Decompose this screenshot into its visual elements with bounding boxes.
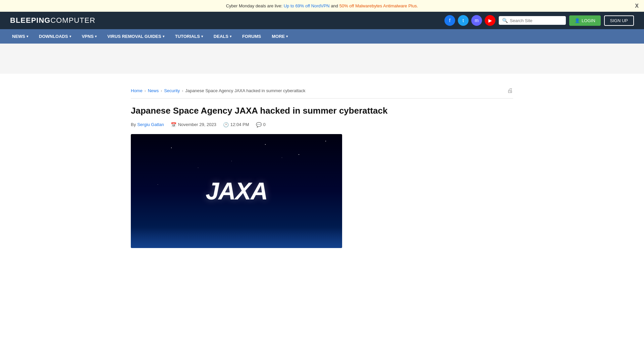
chevron-down-icon: ▾ [230, 35, 231, 38]
earth-glow [131, 228, 342, 248]
malwarebytes-link[interactable]: 50% off Malwarebytes Antimalware Plus. [339, 3, 418, 8]
author-prefix: By [131, 122, 136, 127]
star-decoration [158, 184, 158, 185]
star-decoration [231, 161, 232, 161]
calendar-icon: 📅 [171, 122, 176, 127]
nav-deals[interactable]: DEALS ▾ [208, 29, 237, 44]
login-button[interactable]: 👤 LOGIN [569, 15, 600, 26]
star-decoration [265, 144, 266, 145]
chevron-down-icon: ▾ [163, 35, 164, 38]
breadcrumb-left: Home › News › Security › Japanese Space … [131, 88, 306, 93]
article-date: 📅 November 29, 2023 [171, 122, 216, 127]
article-meta: By Sergiu Gatlan 📅 November 29, 2023 🕐 1… [131, 122, 513, 127]
article-title: Japanese Space Agency JAXA hacked in sum… [131, 105, 513, 117]
user-icon: 👤 [575, 18, 580, 23]
breadcrumb-separator-3: › [182, 88, 183, 93]
nav-news[interactable]: NEWS ▾ [7, 29, 34, 44]
banner-text: Cyber Monday deals are live: Up to 69% o… [226, 3, 418, 8]
star-decoration [171, 147, 172, 148]
star-decoration [325, 141, 326, 141]
main-navigation: NEWS ▾ DOWNLOADS ▾ VPNS ▾ VIRUS REMOVAL … [0, 29, 644, 44]
print-icon[interactable]: 🖨 [507, 87, 513, 94]
comment-icon: 💬 [256, 122, 262, 127]
chevron-down-icon: ▾ [286, 35, 288, 38]
site-logo[interactable]: BLEEPINGCOMPUTER [10, 16, 95, 25]
youtube-icon[interactable]: ▶ [485, 15, 495, 26]
star-decoration [198, 168, 198, 168]
nav-vpns[interactable]: VPNS ▾ [76, 29, 102, 44]
search-icon: 🔍 [502, 18, 508, 23]
nav-virus-removal[interactable]: VIRUS REMOVAL GUIDES ▾ [102, 29, 170, 44]
breadcrumb: Home › News › Security › Japanese Space … [131, 87, 513, 99]
signup-button[interactable]: SIGN UP [604, 15, 634, 26]
content-area: Home › News › Security › Japanese Space … [121, 80, 523, 255]
chevron-down-icon: ▾ [26, 35, 28, 38]
twitter-icon[interactable]: t [458, 15, 469, 26]
clock-icon: 🕐 [223, 122, 229, 127]
article-comments[interactable]: 💬 0 [256, 122, 266, 127]
time-value: 12:04 PM [230, 122, 249, 127]
breadcrumb-news[interactable]: News [148, 88, 159, 93]
top-banner: Cyber Monday deals are live: Up to 69% o… [0, 0, 644, 12]
star-decoration [299, 154, 299, 155]
article-image: JAXA [131, 134, 342, 248]
nav-downloads[interactable]: DOWNLOADS ▾ [34, 29, 76, 44]
chevron-down-icon: ▾ [69, 35, 71, 38]
date-value: November 29, 2023 [178, 122, 216, 127]
breadcrumb-security[interactable]: Security [164, 88, 180, 93]
nav-forums[interactable]: FORUMS [237, 29, 266, 44]
nav-tutorials[interactable]: TUTORIALS ▾ [170, 29, 208, 44]
search-input[interactable] [510, 18, 562, 23]
author-link[interactable]: Sergiu Gatlan [137, 122, 164, 127]
banner-close-button[interactable]: X [635, 3, 639, 9]
mastodon-icon[interactable]: m [471, 15, 482, 26]
search-bar: 🔍 [499, 16, 566, 25]
breadcrumb-current: Japanese Space Agency JAXA hacked in sum… [185, 88, 305, 93]
jaxa-logo: JAXA [206, 177, 267, 205]
chevron-down-icon: ▾ [95, 35, 97, 38]
article-time: 🕐 12:04 PM [223, 122, 249, 127]
breadcrumb-home[interactable]: Home [131, 88, 143, 93]
nordvpn-link[interactable]: Up to 69% off NordVPN [284, 3, 330, 8]
social-icons: f t m ▶ [444, 15, 495, 26]
nav-more[interactable]: MORE ▾ [266, 29, 293, 44]
star-decoration [282, 158, 282, 158]
article-image-container: JAXA [131, 134, 342, 248]
breadcrumb-separator-1: › [145, 88, 146, 93]
advertisement-banner [0, 44, 644, 74]
facebook-icon[interactable]: f [444, 15, 455, 26]
header-right: f t m ▶ 🔍 👤 LOGIN SIGN UP [444, 15, 634, 26]
breadcrumb-separator-2: › [161, 88, 162, 93]
site-header: BLEEPINGCOMPUTER f t m ▶ 🔍 👤 LOGIN SIGN … [0, 12, 644, 29]
chevron-down-icon: ▾ [201, 35, 203, 38]
author-info: By Sergiu Gatlan [131, 122, 164, 127]
comments-count: 0 [263, 122, 266, 127]
